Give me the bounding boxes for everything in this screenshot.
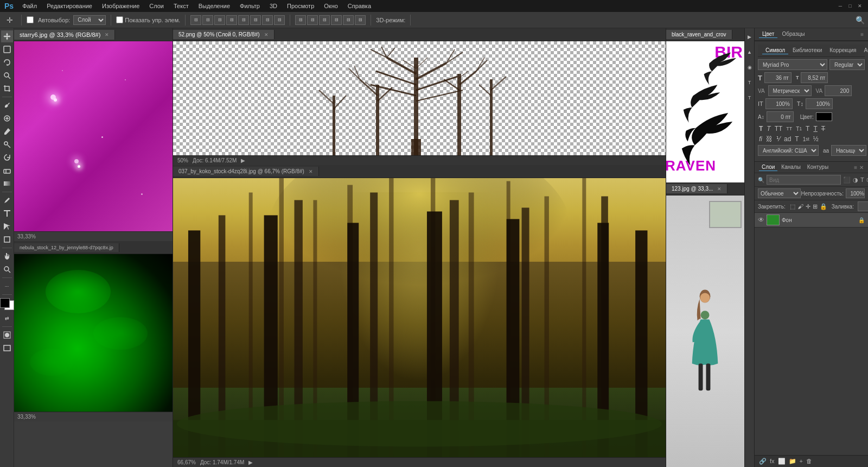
font-size2-input[interactable] [801, 72, 828, 83]
arrange-btn-1[interactable]: ⊟ [190, 15, 201, 25]
eraser-tool[interactable] [1, 165, 13, 176]
style-frac[interactable]: ⅟ [775, 135, 781, 143]
dist-btn-5[interactable]: ⊟ [343, 15, 354, 25]
mini-tool-2[interactable]: ▲ [746, 46, 754, 59]
zoom-tool[interactable] [1, 263, 13, 275]
menu-text[interactable]: Текст [170, 2, 192, 10]
menu-view[interactable]: Просмотр [284, 2, 317, 10]
tab-nebula[interactable]: nebula_stock_12_by_jennyle88-d7pqc8x.jp [14, 243, 119, 252]
aa-select[interactable]: Насыще... [831, 145, 866, 156]
style-T-allcaps[interactable]: TT [774, 124, 784, 133]
add-mask-icon[interactable]: ⬜ [778, 458, 786, 465]
minimize-button[interactable]: ─ [837, 2, 844, 10]
style-T-italic[interactable]: T [765, 124, 771, 133]
dist-btn-3[interactable]: ⊟ [319, 15, 330, 25]
mini-tool-5[interactable]: T [746, 91, 754, 104]
menu-image[interactable]: Изображение [99, 2, 143, 10]
new-layer-icon[interactable]: + [800, 458, 803, 465]
history-brush-tool[interactable] [1, 152, 13, 163]
style-T-regular[interactable]: T [758, 124, 764, 133]
lock-transparent-icon[interactable]: ⬚ [790, 203, 795, 210]
tab-raven[interactable]: black_raven_and_crov [666, 30, 732, 39]
lock-all-icon[interactable]: 🔒 [820, 203, 827, 210]
hand-tool[interactable] [1, 250, 13, 262]
menu-help[interactable]: Справка [344, 2, 374, 10]
clone-tool[interactable] [1, 138, 13, 150]
forest-arrow[interactable]: ▶ [248, 459, 253, 465]
tab-close-trees[interactable]: ✕ [264, 32, 269, 37]
tab-correction[interactable]: Коррекция [826, 47, 859, 54]
gradient-tool[interactable] [1, 178, 13, 190]
quick-mask-btn[interactable] [1, 329, 13, 341]
menu-edit[interactable]: Редактирование [43, 2, 95, 10]
move-tool[interactable] [1, 30, 13, 42]
autoselect-select[interactable]: Слой Группа [73, 15, 106, 25]
arrange-btn-2[interactable]: ⊟ [202, 15, 213, 25]
dist-btn-1[interactable]: ⊟ [295, 15, 306, 25]
layers-collapse-icon[interactable]: ≡ [854, 165, 857, 171]
style-T-super[interactable]: T1 [795, 125, 803, 132]
style-T-smallcaps[interactable]: TT [785, 125, 793, 132]
font-size-input[interactable] [764, 72, 792, 83]
brush-tool[interactable] [1, 125, 13, 137]
lock-brush-icon[interactable]: 🖌 [797, 203, 803, 210]
tab-symbol[interactable]: Символ [762, 47, 788, 54]
tab-color[interactable]: Цвет [759, 30, 777, 38]
menu-file[interactable]: Файл [19, 2, 40, 10]
language-select[interactable]: Английский: США [758, 145, 819, 156]
menu-filter[interactable]: Фильтр [237, 2, 263, 10]
path-select-tool[interactable] [1, 220, 13, 232]
mini-tool-1[interactable]: ▶ [746, 30, 754, 43]
arrange-btn-7[interactable]: ⊟ [262, 15, 273, 25]
tab-channels[interactable]: Каналы [778, 163, 803, 171]
tracking-select[interactable]: Метрическ. [768, 85, 812, 96]
add-style-icon[interactable]: fx [770, 458, 775, 465]
pen-tool[interactable] [1, 194, 13, 206]
tab-layers[interactable]: Слои [759, 163, 777, 171]
screen-mode-btn[interactable] [1, 342, 13, 354]
foreground-color[interactable] [0, 298, 10, 308]
lasso-tool[interactable] [1, 56, 13, 68]
close-button[interactable]: ✕ [856, 2, 864, 10]
arrange-btn-6[interactable]: ⊟ [250, 15, 261, 25]
link-layers-icon[interactable]: 🔗 [759, 458, 767, 465]
color-panel-menu[interactable]: ≡ [860, 31, 864, 37]
style-ord[interactable]: ad [783, 135, 792, 143]
scale-v-input[interactable] [806, 98, 833, 109]
layers-filter-adj[interactable]: ◑ [853, 176, 858, 184]
dist-btn-4[interactable]: ⊟ [331, 15, 342, 25]
eyedropper-tool[interactable] [1, 99, 13, 111]
tab-forest[interactable]: 037_by_koko_stock-d4zq28i.jpg @ 66,7% (R… [173, 167, 319, 176]
trees-arrow[interactable]: ▶ [241, 157, 245, 163]
arrange-btn-4[interactable]: ⊟ [226, 15, 237, 25]
mini-tool-4[interactable]: T [746, 76, 754, 89]
mini-tool-3[interactable]: ◉ [746, 61, 754, 74]
tab-libraries[interactable]: Библиотеки [789, 47, 825, 54]
delete-layer-icon[interactable]: 🗑 [806, 458, 812, 465]
fg-bg-colors[interactable] [0, 298, 14, 310]
extras-tool[interactable]: ··· [1, 280, 13, 292]
tab-trees[interactable]: 52.png @ 50% (Слой 0, RGB/8#) ✕ [173, 30, 275, 39]
style-fi[interactable]: fi [758, 135, 763, 143]
layer-item-fon[interactable]: 👁 Фон 🔒 [755, 213, 868, 228]
style-T-strike[interactable]: T [820, 124, 826, 133]
tab-samples[interactable]: Образцы [778, 30, 808, 38]
menu-3d[interactable]: 3D [266, 2, 280, 10]
search-icon[interactable]: 🔍 [856, 16, 865, 24]
layers-filter-text[interactable]: T [860, 176, 864, 183]
layers-search-input[interactable] [767, 175, 841, 185]
tab-paragraph[interactable]: Абзац [860, 47, 868, 54]
tracking-val-input[interactable] [825, 85, 852, 96]
autoselect-checkbox[interactable] [27, 16, 34, 23]
arrange-btn-3[interactable]: ⊟ [214, 15, 225, 25]
style-T2[interactable]: T [794, 135, 800, 143]
arrange-btn-5[interactable]: ⊟ [238, 15, 249, 25]
layers-close-icon[interactable]: ✕ [859, 165, 864, 171]
baseline-input[interactable] [767, 111, 794, 122]
lock-artboard-icon[interactable]: ⊞ [813, 203, 818, 210]
scale-h-input[interactable] [765, 98, 793, 109]
heal-tool[interactable] [1, 112, 13, 124]
menu-layers[interactable]: Слои [146, 2, 167, 10]
layer-visibility-eye[interactable]: 👁 [758, 216, 764, 224]
tab-close-forest[interactable]: ✕ [309, 169, 313, 174]
